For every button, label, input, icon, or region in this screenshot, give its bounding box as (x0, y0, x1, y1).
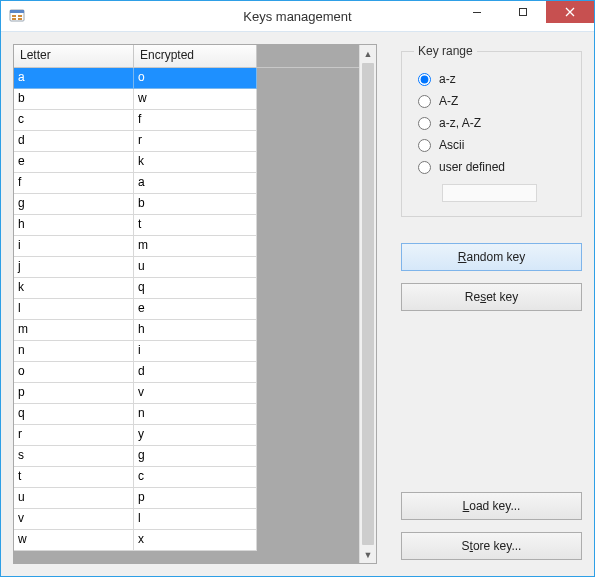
cell-letter[interactable]: w (14, 530, 134, 551)
table-row[interactable]: ni (14, 341, 359, 362)
cell-letter[interactable]: r (14, 425, 134, 446)
cell-encrypted[interactable]: y (134, 425, 257, 446)
grid-header: Letter Encrypted (14, 45, 359, 68)
radio-user-defined[interactable]: user defined (418, 160, 569, 174)
column-header-encrypted[interactable]: Encrypted (134, 45, 257, 67)
cell-letter[interactable]: f (14, 173, 134, 194)
user-defined-field[interactable] (442, 184, 537, 202)
cell-encrypted[interactable]: g (134, 446, 257, 467)
table-row[interactable]: tc (14, 467, 359, 488)
cell-encrypted[interactable]: x (134, 530, 257, 551)
cell-letter[interactable]: a (14, 68, 134, 89)
cell-encrypted[interactable]: k (134, 152, 257, 173)
table-row[interactable]: cf (14, 110, 359, 131)
table-row[interactable]: up (14, 488, 359, 509)
table-row[interactable]: ry (14, 425, 359, 446)
cell-letter[interactable]: h (14, 215, 134, 236)
cell-letter[interactable]: n (14, 341, 134, 362)
keys-grid[interactable]: Letter Encrypted aobwcfdrekfagbhtimjukql… (13, 44, 377, 564)
table-row[interactable]: sg (14, 446, 359, 467)
key-range-group: Key range a-z A-Z a-z, A-Z Ascii (401, 44, 582, 217)
cell-letter[interactable]: t (14, 467, 134, 488)
cell-letter[interactable]: b (14, 89, 134, 110)
cell-letter[interactable]: g (14, 194, 134, 215)
table-row[interactable]: dr (14, 131, 359, 152)
store-key-button[interactable]: Store key... (401, 532, 582, 560)
cell-letter[interactable]: i (14, 236, 134, 257)
cell-encrypted[interactable]: a (134, 173, 257, 194)
cell-encrypted[interactable]: f (134, 110, 257, 131)
cell-letter[interactable]: c (14, 110, 134, 131)
load-key-button[interactable]: Load key... (401, 492, 582, 520)
radio-AZ[interactable]: A-Z (418, 94, 569, 108)
radio-ascii-input[interactable] (418, 139, 431, 152)
table-row[interactable]: le (14, 299, 359, 320)
radio-az-label: a-z (439, 72, 456, 86)
table-row[interactable]: kq (14, 278, 359, 299)
maximize-button[interactable] (500, 1, 546, 23)
cell-letter[interactable]: k (14, 278, 134, 299)
table-row[interactable]: gb (14, 194, 359, 215)
cell-letter[interactable]: p (14, 383, 134, 404)
radio-user-defined-input[interactable] (418, 161, 431, 174)
cell-encrypted[interactable]: n (134, 404, 257, 425)
radio-AZ-label: A-Z (439, 94, 458, 108)
cell-encrypted[interactable]: w (134, 89, 257, 110)
cell-encrypted[interactable]: i (134, 341, 257, 362)
minimize-button[interactable] (454, 1, 500, 23)
reset-key-button[interactable]: Reset key (401, 283, 582, 311)
cell-encrypted[interactable]: d (134, 362, 257, 383)
scroll-thumb[interactable] (362, 63, 374, 545)
column-header-letter[interactable]: Letter (14, 45, 134, 67)
cell-letter[interactable]: s (14, 446, 134, 467)
cell-encrypted[interactable]: c (134, 467, 257, 488)
cell-letter[interactable]: m (14, 320, 134, 341)
cell-letter[interactable]: j (14, 257, 134, 278)
radio-azAZ-input[interactable] (418, 117, 431, 130)
radio-az-input[interactable] (418, 73, 431, 86)
cell-encrypted[interactable]: e (134, 299, 257, 320)
cell-letter[interactable]: e (14, 152, 134, 173)
cell-encrypted[interactable]: b (134, 194, 257, 215)
cell-letter[interactable]: u (14, 488, 134, 509)
scroll-down-arrow[interactable]: ▼ (360, 546, 376, 563)
table-row[interactable]: im (14, 236, 359, 257)
table-row[interactable]: mh (14, 320, 359, 341)
cell-encrypted[interactable]: o (134, 68, 257, 89)
radio-az[interactable]: a-z (418, 72, 569, 86)
cell-encrypted[interactable]: l (134, 509, 257, 530)
cell-encrypted[interactable]: m (134, 236, 257, 257)
cell-letter[interactable]: o (14, 362, 134, 383)
table-row[interactable]: bw (14, 89, 359, 110)
table-row[interactable]: vl (14, 509, 359, 530)
cell-letter[interactable]: l (14, 299, 134, 320)
table-row[interactable]: ek (14, 152, 359, 173)
random-key-button[interactable]: Random key (401, 243, 582, 271)
table-row[interactable]: pv (14, 383, 359, 404)
radio-ascii[interactable]: Ascii (418, 138, 569, 152)
cell-letter[interactable]: v (14, 509, 134, 530)
cell-encrypted[interactable]: u (134, 257, 257, 278)
scroll-up-arrow[interactable]: ▲ (360, 45, 376, 62)
radio-AZ-input[interactable] (418, 95, 431, 108)
close-button[interactable] (546, 1, 594, 23)
cell-letter[interactable]: d (14, 131, 134, 152)
cell-encrypted[interactable]: r (134, 131, 257, 152)
cell-encrypted[interactable]: t (134, 215, 257, 236)
table-row[interactable]: ht (14, 215, 359, 236)
radio-user-defined-label: user defined (439, 160, 505, 174)
cell-encrypted[interactable]: h (134, 320, 257, 341)
table-row[interactable]: od (14, 362, 359, 383)
table-row[interactable]: wx (14, 530, 359, 551)
key-range-legend: Key range (414, 44, 477, 58)
table-row[interactable]: ju (14, 257, 359, 278)
table-row[interactable]: fa (14, 173, 359, 194)
table-row[interactable]: ao (14, 68, 359, 89)
cell-encrypted[interactable]: v (134, 383, 257, 404)
radio-azAZ[interactable]: a-z, A-Z (418, 116, 569, 130)
cell-encrypted[interactable]: q (134, 278, 257, 299)
cell-encrypted[interactable]: p (134, 488, 257, 509)
table-row[interactable]: qn (14, 404, 359, 425)
vertical-scrollbar[interactable]: ▲ ▼ (359, 45, 376, 563)
cell-letter[interactable]: q (14, 404, 134, 425)
